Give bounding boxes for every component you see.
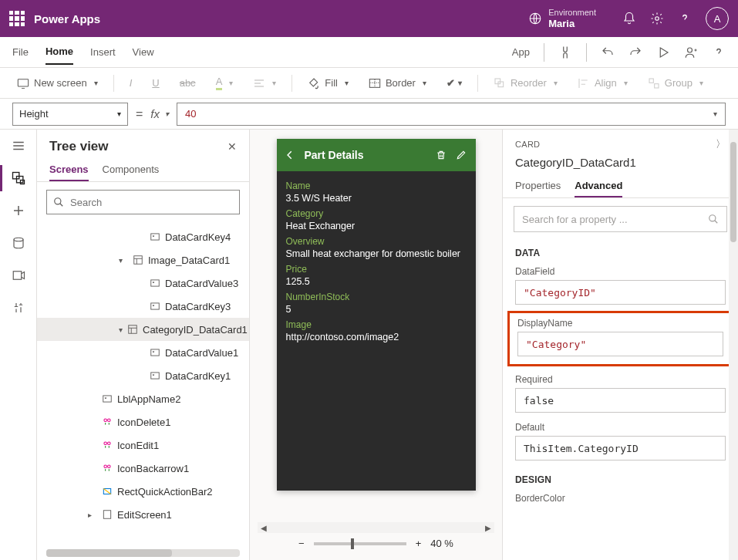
add-icon[interactable] bbox=[10, 202, 27, 219]
redo-icon[interactable] bbox=[628, 46, 642, 59]
svg-rect-6 bbox=[498, 82, 504, 87]
play-icon[interactable] bbox=[656, 46, 670, 59]
card-icon bbox=[150, 347, 160, 358]
chevron-down-icon: ▾ bbox=[117, 110, 121, 118]
edit-icon[interactable] bbox=[456, 150, 468, 160]
tree-list[interactable]: DataCardKey4▾Image_DataCard1DataCardValu… bbox=[37, 222, 249, 546]
field-value: Heat Exchanger bbox=[286, 221, 467, 231]
tree-search-input[interactable] bbox=[70, 197, 233, 208]
user-avatar[interactable]: A bbox=[706, 7, 729, 30]
tree-item[interactable]: DataCardKey4 bbox=[37, 225, 249, 248]
tree-item[interactable]: ▸EditScreen1 bbox=[37, 503, 249, 526]
property-selector[interactable]: Height ▾ bbox=[12, 103, 128, 126]
caret-down-icon[interactable]: ▾ bbox=[119, 256, 128, 265]
search-icon bbox=[708, 214, 719, 224]
menu-view[interactable]: View bbox=[133, 40, 154, 64]
data-icon[interactable] bbox=[10, 234, 27, 251]
tree-view-icon[interactable] bbox=[10, 170, 27, 187]
divider bbox=[477, 75, 478, 92]
field-label: NumberInStock bbox=[286, 292, 467, 302]
rect-icon bbox=[102, 486, 113, 497]
prop-datafield: DataField "CategoryID" bbox=[503, 263, 738, 311]
fx-button[interactable]: fx▾ bbox=[150, 107, 169, 120]
preview-body: Name3.5 W/S HeaterCategoryHeat Exchanger… bbox=[277, 171, 476, 491]
border-button[interactable]: Border▾ bbox=[364, 74, 431, 92]
svg-rect-22 bbox=[103, 396, 112, 402]
fill-button[interactable]: Fill▾ bbox=[303, 74, 353, 93]
field-value: 125.5 bbox=[286, 276, 467, 287]
search-icon bbox=[53, 197, 64, 207]
chevron-right-icon[interactable]: 〉 bbox=[716, 137, 726, 151]
group-icon bbox=[102, 417, 113, 427]
svg-rect-3 bbox=[18, 79, 28, 86]
caret-down-icon[interactable]: ▾ bbox=[119, 326, 123, 334]
new-screen-button[interactable]: New screen ▾ bbox=[12, 74, 103, 92]
tab-properties[interactable]: Properties bbox=[515, 175, 561, 197]
prop-default: Default ThisItem.CategoryID bbox=[503, 419, 738, 467]
svg-rect-9 bbox=[12, 173, 19, 179]
reorder-button: Reorder▾ bbox=[489, 74, 562, 93]
displayname-input[interactable]: "Category" bbox=[517, 332, 723, 356]
tree-item[interactable]: DataCardValue1 bbox=[37, 341, 249, 364]
zoom-in-icon[interactable]: + bbox=[416, 538, 422, 549]
section-design: DESIGN bbox=[503, 467, 738, 490]
tree-item[interactable]: ▾Image_DataCard1 bbox=[37, 248, 249, 272]
tree-hscroll[interactable] bbox=[46, 549, 240, 557]
checker-icon[interactable] bbox=[558, 46, 572, 59]
field-label: Overview bbox=[286, 236, 467, 247]
app-launcher-icon[interactable] bbox=[9, 11, 25, 26]
menu-insert[interactable]: Insert bbox=[90, 40, 116, 64]
media-icon[interactable] bbox=[10, 267, 27, 284]
tree-item[interactable]: DataCardValue3 bbox=[37, 272, 249, 295]
share-icon[interactable] bbox=[684, 46, 698, 59]
more-toolbar-icon[interactable]: ✔▾ bbox=[442, 74, 467, 92]
tree-item[interactable]: ▾CategoryID_DataCard1••• bbox=[37, 318, 249, 341]
settings-icon[interactable] bbox=[650, 12, 664, 25]
chevron-down-icon[interactable]: ▾ bbox=[713, 110, 717, 118]
tree-item[interactable]: RectQuickActionBar2 bbox=[37, 480, 249, 503]
help2-icon[interactable] bbox=[712, 46, 726, 59]
tree-item[interactable]: IconDelete1 bbox=[37, 410, 249, 433]
menu-app[interactable]: App bbox=[512, 40, 530, 64]
tree-item[interactable]: DataCardKey3 bbox=[37, 295, 249, 318]
close-icon[interactable]: ✕ bbox=[227, 140, 237, 153]
hamburger-icon[interactable] bbox=[10, 137, 27, 154]
tree-item-label: DataCardKey3 bbox=[165, 301, 231, 312]
tree-item[interactable]: IconBackarrow1 bbox=[37, 457, 249, 480]
zoom-slider[interactable] bbox=[314, 542, 406, 545]
zoom-out-icon[interactable]: − bbox=[298, 538, 305, 549]
caret-right-icon[interactable]: ▸ bbox=[88, 511, 97, 519]
required-input[interactable]: false bbox=[515, 388, 726, 413]
formula-input[interactable]: 40 ▾ bbox=[177, 103, 726, 126]
tab-advanced[interactable]: Advanced bbox=[575, 175, 622, 197]
tab-components[interactable]: Components bbox=[103, 159, 160, 181]
delete-icon[interactable] bbox=[436, 150, 448, 160]
svg-rect-20 bbox=[151, 349, 160, 356]
datafield-input[interactable]: "CategoryID" bbox=[515, 280, 726, 305]
tab-screens[interactable]: Screens bbox=[49, 159, 89, 181]
default-input[interactable]: ThisItem.CategoryID bbox=[515, 436, 726, 460]
menu-home[interactable]: Home bbox=[45, 39, 73, 65]
canvas-hscroll[interactable]: ◀ ▶ bbox=[258, 522, 494, 533]
undo-icon[interactable] bbox=[601, 46, 615, 59]
notifications-icon[interactable] bbox=[622, 12, 636, 25]
tree-search[interactable] bbox=[46, 190, 240, 214]
property-search[interactable]: Search for a property ... bbox=[514, 206, 727, 232]
phone-preview[interactable]: Part Details Name3.5 W/S HeaterCategoryH… bbox=[277, 139, 476, 491]
menu-file[interactable]: File bbox=[12, 40, 29, 64]
svg-rect-16 bbox=[134, 256, 143, 265]
field-value: http://contoso.com/image2 bbox=[286, 332, 467, 342]
card-vscroll[interactable] bbox=[729, 130, 738, 560]
environment-selector[interactable]: Environment Maria bbox=[519, 8, 605, 30]
svg-point-24 bbox=[108, 419, 111, 422]
svg-point-1 bbox=[655, 17, 659, 21]
tools-icon[interactable] bbox=[10, 299, 27, 316]
help-icon[interactable] bbox=[678, 12, 692, 25]
screen-icon bbox=[102, 509, 113, 520]
tree-item[interactable]: IconEdit1 bbox=[37, 433, 249, 457]
tree-item-label: EditScreen1 bbox=[117, 509, 172, 521]
tree-item[interactable]: DataCardKey1 bbox=[37, 364, 249, 387]
tree-item[interactable]: LblAppName2 bbox=[37, 387, 249, 410]
card-title: CategoryID_DataCard1 bbox=[503, 154, 738, 175]
back-icon[interactable] bbox=[285, 150, 297, 160]
